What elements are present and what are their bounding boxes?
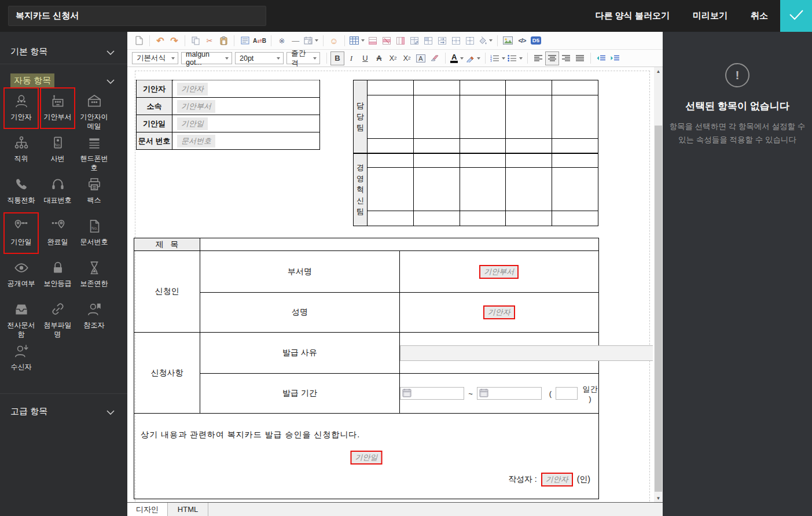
insert-row-icon[interactable] <box>366 34 380 47</box>
drafter-field-chip[interactable]: 기안자 <box>541 473 573 486</box>
emoticon-icon[interactable]: ☺ <box>327 34 341 47</box>
approval-cell[interactable] <box>506 211 552 226</box>
sidebar-item-position[interactable]: 직위 <box>3 129 39 171</box>
align-right-icon[interactable] <box>559 51 573 65</box>
sidebar-item-draft-date[interactable]: 기안일 <box>3 212 39 254</box>
approval-cell[interactable] <box>413 139 460 153</box>
approval-cell[interactable] <box>460 95 506 139</box>
delete-row-icon[interactable] <box>380 34 394 47</box>
sidebar-item-archive[interactable]: 전사문서함 <box>3 296 39 337</box>
ordered-list-button[interactable]: 123 <box>489 51 506 65</box>
cut-icon[interactable]: ✂ <box>203 34 216 47</box>
day-count-input[interactable] <box>556 387 578 400</box>
align-left-icon[interactable] <box>531 51 545 65</box>
draft-date-field-chip[interactable]: 기안일 <box>177 117 208 130</box>
approval-cell[interactable] <box>413 153 460 168</box>
sidebar-item-complete-date[interactable]: 완료일 <box>40 212 75 254</box>
approval-cell[interactable] <box>368 139 414 153</box>
select-all-icon[interactable] <box>238 34 252 47</box>
split-column-icon[interactable] <box>463 34 477 47</box>
footer-cell[interactable]: 상기 내용과 관련하여 복지카드 발급 승인을 신청합니다. 기안일 작성자 :… <box>134 414 599 499</box>
dept-label-cell[interactable]: 부서명 <box>200 251 400 293</box>
info-value-dept[interactable]: 기안부서 <box>172 98 320 115</box>
period-label-cell[interactable]: 발급 기간 <box>200 374 400 414</box>
indent-icon[interactable] <box>608 51 622 65</box>
cancel-button[interactable]: 취소 <box>751 10 768 21</box>
sidebar-item-public[interactable]: 공개여부 <box>3 254 39 296</box>
redo-icon[interactable]: ↷ <box>167 34 181 47</box>
paragraph-format-select[interactable]: 기본서식 <box>132 52 178 64</box>
sidebar-item-security[interactable]: 보안등급 <box>40 254 75 296</box>
form-title-input[interactable] <box>8 6 266 26</box>
save-confirm-button[interactable] <box>780 0 812 32</box>
scroll-up-icon[interactable]: ▲ <box>654 67 663 75</box>
datetime-icon[interactable] <box>303 34 319 47</box>
approval-cell[interactable] <box>368 153 414 168</box>
font-size-select[interactable]: 20pt <box>235 52 284 64</box>
approval-group-label[interactable]: 담당팀 <box>354 80 368 153</box>
approval-group-label[interactable]: 경영혁신팀 <box>354 153 368 226</box>
sidebar-section-basic[interactable]: 기본 항목 <box>0 39 127 64</box>
approval-cell[interactable] <box>460 168 506 211</box>
find-replace-icon[interactable]: A⇄B <box>252 34 267 47</box>
editor-scrollbar[interactable]: ▲ ▼ <box>654 67 663 502</box>
cell-background-icon[interactable] <box>477 34 494 47</box>
title-label-cell[interactable]: 제 목 <box>134 238 200 251</box>
sidebar-item-drafter[interactable]: 기안자 <box>3 87 39 129</box>
sidebar-section-advanced[interactable]: 고급 항목 <box>0 399 127 424</box>
approval-cell[interactable] <box>552 153 598 168</box>
approval-cell[interactable] <box>460 153 506 168</box>
tab-html[interactable]: HTML <box>168 503 208 516</box>
special-char-icon[interactable]: ※ <box>275 34 289 47</box>
table-properties-icon[interactable] <box>407 34 421 47</box>
approval-cell[interactable] <box>506 80 552 95</box>
bold-button[interactable]: B <box>330 51 344 65</box>
approval-cell[interactable] <box>552 95 598 139</box>
horizontal-line-icon[interactable]: — <box>289 34 303 47</box>
approval-cell[interactable] <box>413 95 460 139</box>
sidebar-item-attachment[interactable]: 첨부파일명 <box>40 296 75 337</box>
outdent-icon[interactable] <box>594 51 608 65</box>
new-document-icon[interactable] <box>132 34 146 47</box>
approval-cell[interactable] <box>460 139 506 153</box>
approval-cell[interactable] <box>368 95 414 139</box>
approval-cell[interactable] <box>552 80 598 95</box>
info-label-drafter[interactable]: 기안자 <box>137 80 172 98</box>
scroll-down-icon[interactable]: ▼ <box>654 494 663 502</box>
highlight-color-button[interactable] <box>465 51 482 65</box>
approval-cell[interactable] <box>552 139 598 153</box>
load-other-form-button[interactable]: 다른 양식 불러오기 <box>596 10 670 21</box>
italic-button[interactable]: I <box>344 51 358 65</box>
request-label-cell[interactable]: 신청사항 <box>134 333 200 414</box>
sidebar-item-main-no[interactable]: 대표번호 <box>40 171 75 212</box>
period-end-date-input[interactable] <box>477 387 542 400</box>
dept-value-cell[interactable]: 기안부서 <box>399 251 599 293</box>
text-style-button[interactable]: A <box>414 51 428 65</box>
form-canvas[interactable]: 기안자 기안자 소속 기안부서 기안일 기안일 문서 번호 문서번호 담당팀 <box>127 67 653 502</box>
info-label-date[interactable]: 기안일 <box>137 115 172 132</box>
insert-column-icon[interactable] <box>394 34 407 47</box>
approval-cell[interactable] <box>552 211 598 226</box>
approval-cell[interactable] <box>368 80 414 95</box>
subscript-button[interactable]: X2 <box>400 51 414 65</box>
approval-cell[interactable] <box>368 168 414 211</box>
info-label-docno[interactable]: 문서 번호 <box>137 132 172 150</box>
name-label-cell[interactable]: 성명 <box>200 293 400 333</box>
align-justify-icon[interactable] <box>573 51 587 65</box>
strikethrough-button[interactable]: A <box>372 51 386 65</box>
approval-cell[interactable] <box>506 168 552 211</box>
preview-button[interactable]: 미리보기 <box>693 10 728 21</box>
sidebar-item-drafter-email[interactable]: 기안자이메일 <box>76 87 112 129</box>
sidebar-item-doc-no[interactable]: No. 문서번호 <box>76 212 112 254</box>
align-center-icon[interactable] <box>545 51 559 65</box>
info-value-docno[interactable]: 문서번호 <box>172 132 320 150</box>
line-spacing-select[interactable]: 줄간격 <box>286 52 320 64</box>
approval-cell[interactable] <box>460 211 506 226</box>
sidebar-item-direct-phone[interactable]: 직통전화 <box>3 171 39 212</box>
doc-no-field-chip[interactable]: 문서번호 <box>177 135 215 148</box>
sidebar-item-mobile-no[interactable]: 핸드폰번호 <box>76 129 112 171</box>
font-family-select[interactable]: malgun got... <box>181 52 232 64</box>
info-value-date[interactable]: 기안일 <box>172 115 320 132</box>
insert-image-icon[interactable] <box>501 34 515 47</box>
sidebar-item-reference[interactable]: 참조자 <box>76 296 112 337</box>
